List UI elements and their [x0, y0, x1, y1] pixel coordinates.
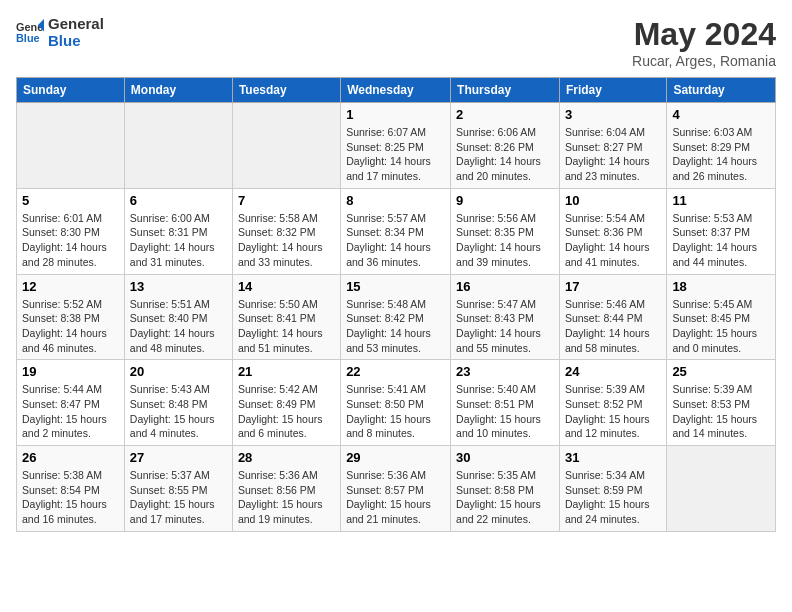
day-number: 17 [565, 279, 661, 294]
calendar-cell: 20Sunrise: 5:43 AM Sunset: 8:48 PM Dayli… [124, 360, 232, 446]
calendar-cell [232, 103, 340, 189]
day-number: 22 [346, 364, 445, 379]
day-info: Sunrise: 6:07 AM Sunset: 8:25 PM Dayligh… [346, 125, 445, 184]
day-number: 28 [238, 450, 335, 465]
weekday-header-row: SundayMondayTuesdayWednesdayThursdayFrid… [17, 78, 776, 103]
calendar-cell: 2Sunrise: 6:06 AM Sunset: 8:26 PM Daylig… [451, 103, 560, 189]
calendar-cell: 6Sunrise: 6:00 AM Sunset: 8:31 PM Daylig… [124, 188, 232, 274]
title-block: May 2024 Rucar, Arges, Romania [632, 16, 776, 69]
day-info: Sunrise: 5:57 AM Sunset: 8:34 PM Dayligh… [346, 211, 445, 270]
calendar-cell [124, 103, 232, 189]
calendar-week-1: 1Sunrise: 6:07 AM Sunset: 8:25 PM Daylig… [17, 103, 776, 189]
day-info: Sunrise: 5:56 AM Sunset: 8:35 PM Dayligh… [456, 211, 554, 270]
calendar-cell: 25Sunrise: 5:39 AM Sunset: 8:53 PM Dayli… [667, 360, 776, 446]
page-header: General Blue General Blue May 2024 Rucar… [16, 16, 776, 69]
day-info: Sunrise: 5:47 AM Sunset: 8:43 PM Dayligh… [456, 297, 554, 356]
day-info: Sunrise: 5:54 AM Sunset: 8:36 PM Dayligh… [565, 211, 661, 270]
location-subtitle: Rucar, Arges, Romania [632, 53, 776, 69]
day-number: 8 [346, 193, 445, 208]
day-number: 27 [130, 450, 227, 465]
day-info: Sunrise: 5:50 AM Sunset: 8:41 PM Dayligh… [238, 297, 335, 356]
calendar-week-5: 26Sunrise: 5:38 AM Sunset: 8:54 PM Dayli… [17, 446, 776, 532]
day-info: Sunrise: 5:53 AM Sunset: 8:37 PM Dayligh… [672, 211, 770, 270]
day-number: 29 [346, 450, 445, 465]
day-number: 24 [565, 364, 661, 379]
day-number: 3 [565, 107, 661, 122]
calendar-cell: 22Sunrise: 5:41 AM Sunset: 8:50 PM Dayli… [341, 360, 451, 446]
day-number: 13 [130, 279, 227, 294]
logo-blue-text: Blue [48, 33, 104, 50]
svg-text:Blue: Blue [16, 32, 40, 44]
day-number: 26 [22, 450, 119, 465]
calendar-cell: 9Sunrise: 5:56 AM Sunset: 8:35 PM Daylig… [451, 188, 560, 274]
calendar-cell: 19Sunrise: 5:44 AM Sunset: 8:47 PM Dayli… [17, 360, 125, 446]
day-number: 15 [346, 279, 445, 294]
calendar-cell: 16Sunrise: 5:47 AM Sunset: 8:43 PM Dayli… [451, 274, 560, 360]
day-number: 25 [672, 364, 770, 379]
day-info: Sunrise: 6:04 AM Sunset: 8:27 PM Dayligh… [565, 125, 661, 184]
day-info: Sunrise: 5:45 AM Sunset: 8:45 PM Dayligh… [672, 297, 770, 356]
day-number: 7 [238, 193, 335, 208]
logo: General Blue General Blue [16, 16, 104, 49]
day-number: 12 [22, 279, 119, 294]
calendar-cell [17, 103, 125, 189]
weekday-header-saturday: Saturday [667, 78, 776, 103]
calendar-cell: 7Sunrise: 5:58 AM Sunset: 8:32 PM Daylig… [232, 188, 340, 274]
calendar-week-4: 19Sunrise: 5:44 AM Sunset: 8:47 PM Dayli… [17, 360, 776, 446]
day-info: Sunrise: 5:52 AM Sunset: 8:38 PM Dayligh… [22, 297, 119, 356]
calendar-cell: 21Sunrise: 5:42 AM Sunset: 8:49 PM Dayli… [232, 360, 340, 446]
day-info: Sunrise: 5:39 AM Sunset: 8:52 PM Dayligh… [565, 382, 661, 441]
day-info: Sunrise: 5:35 AM Sunset: 8:58 PM Dayligh… [456, 468, 554, 527]
calendar-cell: 4Sunrise: 6:03 AM Sunset: 8:29 PM Daylig… [667, 103, 776, 189]
day-number: 1 [346, 107, 445, 122]
day-info: Sunrise: 6:00 AM Sunset: 8:31 PM Dayligh… [130, 211, 227, 270]
calendar-week-2: 5Sunrise: 6:01 AM Sunset: 8:30 PM Daylig… [17, 188, 776, 274]
day-info: Sunrise: 5:38 AM Sunset: 8:54 PM Dayligh… [22, 468, 119, 527]
day-number: 10 [565, 193, 661, 208]
calendar-cell: 3Sunrise: 6:04 AM Sunset: 8:27 PM Daylig… [559, 103, 666, 189]
weekday-header-friday: Friday [559, 78, 666, 103]
day-number: 5 [22, 193, 119, 208]
day-info: Sunrise: 6:03 AM Sunset: 8:29 PM Dayligh… [672, 125, 770, 184]
calendar-cell: 17Sunrise: 5:46 AM Sunset: 8:44 PM Dayli… [559, 274, 666, 360]
calendar-cell: 14Sunrise: 5:50 AM Sunset: 8:41 PM Dayli… [232, 274, 340, 360]
calendar-cell: 27Sunrise: 5:37 AM Sunset: 8:55 PM Dayli… [124, 446, 232, 532]
logo-icon: General Blue [16, 19, 44, 47]
day-number: 31 [565, 450, 661, 465]
day-info: Sunrise: 5:39 AM Sunset: 8:53 PM Dayligh… [672, 382, 770, 441]
day-number: 21 [238, 364, 335, 379]
day-info: Sunrise: 6:01 AM Sunset: 8:30 PM Dayligh… [22, 211, 119, 270]
day-info: Sunrise: 5:48 AM Sunset: 8:42 PM Dayligh… [346, 297, 445, 356]
day-number: 6 [130, 193, 227, 208]
day-number: 30 [456, 450, 554, 465]
calendar-cell: 23Sunrise: 5:40 AM Sunset: 8:51 PM Dayli… [451, 360, 560, 446]
calendar-cell: 8Sunrise: 5:57 AM Sunset: 8:34 PM Daylig… [341, 188, 451, 274]
day-info: Sunrise: 5:51 AM Sunset: 8:40 PM Dayligh… [130, 297, 227, 356]
calendar-cell: 1Sunrise: 6:07 AM Sunset: 8:25 PM Daylig… [341, 103, 451, 189]
weekday-header-wednesday: Wednesday [341, 78, 451, 103]
weekday-header-thursday: Thursday [451, 78, 560, 103]
calendar-cell [667, 446, 776, 532]
logo-general-text: General [48, 16, 104, 33]
day-info: Sunrise: 5:34 AM Sunset: 8:59 PM Dayligh… [565, 468, 661, 527]
calendar-cell: 24Sunrise: 5:39 AM Sunset: 8:52 PM Dayli… [559, 360, 666, 446]
calendar-cell: 12Sunrise: 5:52 AM Sunset: 8:38 PM Dayli… [17, 274, 125, 360]
calendar-week-3: 12Sunrise: 5:52 AM Sunset: 8:38 PM Dayli… [17, 274, 776, 360]
weekday-header-monday: Monday [124, 78, 232, 103]
day-info: Sunrise: 5:46 AM Sunset: 8:44 PM Dayligh… [565, 297, 661, 356]
day-info: Sunrise: 5:37 AM Sunset: 8:55 PM Dayligh… [130, 468, 227, 527]
day-number: 16 [456, 279, 554, 294]
day-info: Sunrise: 5:40 AM Sunset: 8:51 PM Dayligh… [456, 382, 554, 441]
calendar-cell: 5Sunrise: 6:01 AM Sunset: 8:30 PM Daylig… [17, 188, 125, 274]
day-number: 4 [672, 107, 770, 122]
day-number: 14 [238, 279, 335, 294]
day-info: Sunrise: 6:06 AM Sunset: 8:26 PM Dayligh… [456, 125, 554, 184]
calendar-cell: 10Sunrise: 5:54 AM Sunset: 8:36 PM Dayli… [559, 188, 666, 274]
calendar-cell: 31Sunrise: 5:34 AM Sunset: 8:59 PM Dayli… [559, 446, 666, 532]
calendar-cell: 18Sunrise: 5:45 AM Sunset: 8:45 PM Dayli… [667, 274, 776, 360]
calendar-cell: 26Sunrise: 5:38 AM Sunset: 8:54 PM Dayli… [17, 446, 125, 532]
day-number: 20 [130, 364, 227, 379]
calendar-cell: 28Sunrise: 5:36 AM Sunset: 8:56 PM Dayli… [232, 446, 340, 532]
day-info: Sunrise: 5:58 AM Sunset: 8:32 PM Dayligh… [238, 211, 335, 270]
month-year-title: May 2024 [632, 16, 776, 53]
